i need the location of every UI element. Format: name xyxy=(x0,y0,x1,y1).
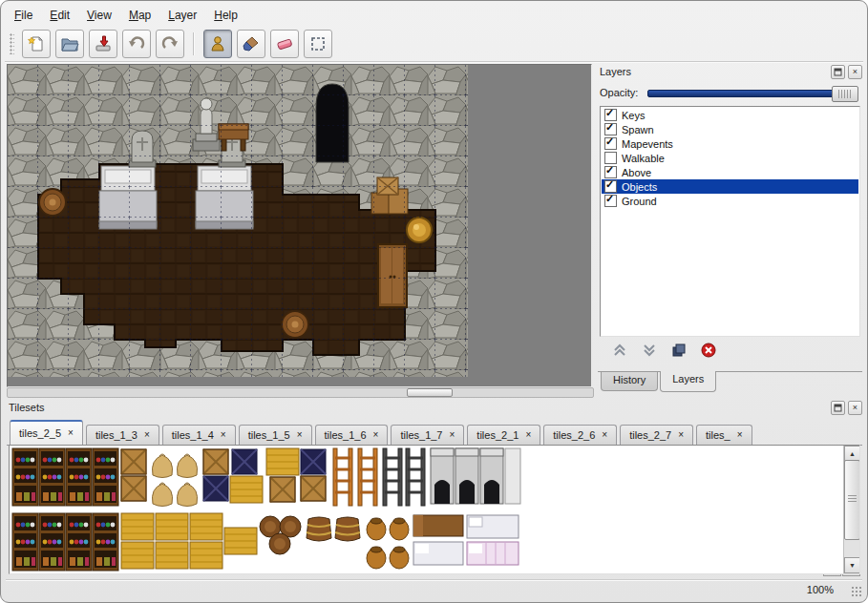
float-panel-button[interactable] xyxy=(831,401,845,415)
scroll-down-button[interactable]: ▼ xyxy=(844,557,860,573)
tileset-canvas[interactable] xyxy=(11,447,521,572)
close-panel-button[interactable]: × xyxy=(848,401,862,415)
menu-item[interactable]: View xyxy=(79,6,119,25)
slider-handle[interactable] xyxy=(832,86,858,102)
zoom-level: 100% xyxy=(807,584,834,595)
menubar: FileEditViewMapLayerHelp xyxy=(7,5,861,26)
open-file-button[interactable] xyxy=(55,30,84,58)
toolbar xyxy=(7,28,861,60)
new-file-button[interactable] xyxy=(22,30,51,58)
tab-close-icon[interactable]: × xyxy=(221,430,226,440)
stamp-tool-button[interactable] xyxy=(203,30,232,58)
layer-row[interactable]: Walkable xyxy=(602,151,858,165)
panel-tab[interactable]: History xyxy=(601,372,658,391)
float-panel-button[interactable] xyxy=(831,65,845,79)
tileset-sprites-row-2 xyxy=(12,513,519,571)
close-panel-button[interactable]: × xyxy=(848,65,862,79)
tileset-tab-label: tiles_1_4 xyxy=(172,429,214,441)
redo-icon xyxy=(160,34,180,53)
opacity-slider[interactable] xyxy=(647,86,858,100)
layer-row[interactable]: Objects xyxy=(602,179,858,194)
raise-layer-button[interactable] xyxy=(611,342,628,359)
lower-layer-button[interactable] xyxy=(641,342,658,359)
layer-row[interactable]: Mapevents xyxy=(602,136,858,151)
save-button[interactable] xyxy=(89,30,117,58)
tab-close-icon[interactable]: × xyxy=(144,430,150,440)
undo-icon xyxy=(127,34,146,53)
tab-close-icon[interactable]: × xyxy=(68,428,74,438)
layer-name: Mapevents xyxy=(622,138,673,150)
layer-row[interactable]: Keys xyxy=(602,108,858,122)
save-icon xyxy=(94,34,113,53)
toolbar-handle[interactable] xyxy=(10,33,14,54)
layer-visibility-checkbox[interactable] xyxy=(604,137,617,150)
duplicate-layer-button[interactable] xyxy=(670,342,688,359)
tileset-tab[interactable]: tiles_1_7 × xyxy=(391,425,464,445)
menu-item[interactable]: Layer xyxy=(160,6,204,25)
tab-close-icon[interactable]: × xyxy=(678,430,684,440)
layer-name: Keys xyxy=(622,110,645,121)
tilesets-panel: Tilesets × tiles_2_5 × tiles_1_3 × xyxy=(7,400,862,577)
select-tool-icon xyxy=(308,34,328,53)
layer-row[interactable]: Spawn xyxy=(602,122,858,136)
toolbar-separator xyxy=(193,32,195,55)
tileset-tab[interactable]: tiles_1_6 × xyxy=(315,425,389,445)
opacity-label: Opacity: xyxy=(600,87,647,98)
tileset-sprites-row-1 xyxy=(12,448,520,507)
tileset-tab[interactable]: tiles_2_7 × xyxy=(620,425,693,445)
layers-panel: Layers × Opacity: Keys xyxy=(598,64,862,394)
layer-row[interactable]: Above xyxy=(602,165,858,179)
tileset-view: ▲ ▼ xyxy=(9,445,860,574)
map-canvas[interactable] xyxy=(8,65,468,377)
stamp-tool-icon xyxy=(208,34,227,53)
tileset-tab[interactable]: tiles_1_5 × xyxy=(239,425,312,445)
layer-list: Keys Spawn Mapevents Walkable xyxy=(600,106,860,337)
tileset-tab[interactable]: tiles_2_1 × xyxy=(467,425,540,445)
tilesets-panel-titlebar: Tilesets × xyxy=(7,400,862,415)
layer-visibility-checkbox[interactable] xyxy=(604,166,617,178)
tab-close-icon[interactable]: × xyxy=(737,430,743,440)
delete-layer-button[interactable] xyxy=(700,342,717,359)
scrollbar-thumb[interactable] xyxy=(844,460,860,540)
layer-row[interactable]: Ground xyxy=(602,194,858,208)
layer-visibility-checkbox[interactable] xyxy=(604,180,617,193)
slider-groove xyxy=(647,90,857,97)
menu-item[interactable]: Edit xyxy=(42,6,77,25)
redo-button[interactable] xyxy=(156,30,184,58)
barrel-pile xyxy=(260,516,301,554)
raise-layer-icon xyxy=(612,343,627,358)
menu-item[interactable]: Map xyxy=(121,6,159,25)
tab-close-icon[interactable]: × xyxy=(602,430,607,440)
layer-visibility-checkbox[interactable] xyxy=(604,195,617,207)
select-tool-button[interactable] xyxy=(304,30,332,58)
tileset-tab[interactable]: tiles_2_5 × xyxy=(10,420,83,445)
tileset-tab[interactable]: tiles_1_4 × xyxy=(162,425,236,445)
tileset-vertical-scrollbar[interactable]: ▲ ▼ xyxy=(843,446,859,573)
tab-close-icon[interactable]: × xyxy=(297,430,303,440)
tileset-tab[interactable]: tiles_2_6 × xyxy=(543,425,617,445)
tileset-tab-bar: tiles_2_5 × tiles_1_3 × tiles_1_4 × tile… xyxy=(7,419,862,446)
layer-actions-toolbar xyxy=(600,339,860,362)
tileset-tab-label: tiles_1_3 xyxy=(95,429,138,441)
panel-tab[interactable]: Layers xyxy=(660,371,716,392)
float-icon xyxy=(834,68,842,76)
undo-button[interactable] xyxy=(122,30,151,58)
fill-tool-button[interactable] xyxy=(237,30,265,58)
tileset-tab[interactable]: tiles_1_3 × xyxy=(86,425,159,445)
resize-grip[interactable] xyxy=(851,586,862,597)
tileset-tab[interactable]: tiles_ × xyxy=(696,425,752,445)
lower-layer-icon xyxy=(642,343,657,358)
layer-visibility-checkbox[interactable] xyxy=(604,123,617,135)
tab-close-icon[interactable]: × xyxy=(525,430,531,440)
menu-item[interactable]: File xyxy=(7,6,40,25)
layer-visibility-checkbox[interactable] xyxy=(604,109,617,121)
tileset-tab-label: tiles_ xyxy=(706,429,730,441)
menu-item[interactable]: Help xyxy=(206,6,245,25)
tab-close-icon[interactable]: × xyxy=(450,430,455,440)
app-window: FileEditViewMapLayerHelp xyxy=(0,0,868,603)
tab-close-icon[interactable]: × xyxy=(373,430,379,440)
eraser-tool-button[interactable] xyxy=(270,30,299,58)
open-folder-icon xyxy=(60,34,79,53)
layer-visibility-checkbox[interactable] xyxy=(604,152,617,164)
tileset-tab-label: tiles_2_5 xyxy=(19,427,61,439)
